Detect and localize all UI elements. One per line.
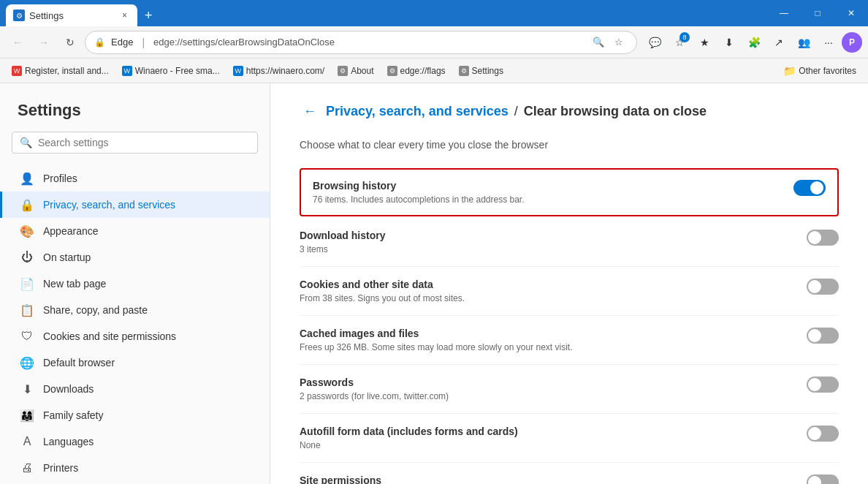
bookmark-label-winaero2: https://winaero.com/ <box>246 66 324 76</box>
toggle-autofill[interactable] <box>807 426 839 442</box>
share-icon[interactable]: ↗ <box>767 31 791 54</box>
search-input[interactable] <box>38 137 250 148</box>
bookmark-favicon-about: ⚙ <box>338 66 348 76</box>
setting-desc-browsing-history: 76 items. Includes autocompletions in th… <box>313 194 793 205</box>
bookmark-favicon-winaero2: W <box>233 66 243 76</box>
search-box[interactable]: 🔍 <box>12 132 258 154</box>
back-button[interactable]: ← <box>6 31 29 54</box>
setting-item-site-permissions: Site permissions <box>300 463 839 484</box>
title-bar: ⚙ Settings × + — □ ✕ <box>0 0 868 26</box>
bookmark-winaero2[interactable]: W https://winaero.com/ <box>227 64 330 78</box>
sidebar-item-startup[interactable]: ⏻ On startup <box>0 244 270 271</box>
breadcrumb-parent-link[interactable]: Privacy, search, and services <box>326 104 509 119</box>
profile-avatar[interactable]: P <box>842 32 862 53</box>
favorites-icon[interactable]: ☆ 8 <box>668 31 691 54</box>
toggle-knob-cached-images <box>808 329 821 342</box>
address-domain: Edge <box>111 37 133 48</box>
setting-title-cached-images: Cached images and files <box>300 328 807 339</box>
lock-icon: 🔒 <box>94 37 105 48</box>
setting-title-browsing-history: Browsing history <box>313 180 793 192</box>
close-button[interactable]: ✕ <box>834 0 868 26</box>
bookmark-settings[interactable]: ⚙ Settings <box>453 64 509 78</box>
bookmark-favicon-settings: ⚙ <box>459 66 469 76</box>
toggle-knob-passwords <box>808 378 821 391</box>
refresh-button[interactable]: ↻ <box>58 31 82 54</box>
new-tab-button[interactable]: + <box>137 4 160 26</box>
setting-desc-autofill: None <box>300 440 807 450</box>
bookmark-winaero1[interactable]: W Winaero - Free sma... <box>116 64 226 78</box>
tab-close-button[interactable]: × <box>119 9 130 22</box>
setting-text-cookies-site-data: Cookies and other site data From 38 site… <box>300 279 807 303</box>
sidebar-item-profiles[interactable]: 👤 Profiles <box>0 165 270 192</box>
setting-item-autofill: Autofill form data (includes forms and c… <box>300 414 839 463</box>
setting-title-download-history: Download history <box>300 230 807 241</box>
setting-item-passwords: Passwords 2 passwords (for live.com, twi… <box>300 365 839 414</box>
sidebar-item-cookies[interactable]: 🛡 Cookies and site permissions <box>0 323 270 349</box>
nav-label-startup: On startup <box>43 252 91 263</box>
toggle-cached-images[interactable] <box>807 328 839 344</box>
sidebar-item-printers[interactable]: 🖨 Printers <box>0 455 270 481</box>
nav-icon-profiles: 👤 <box>20 171 34 186</box>
bookmark-label-register: Register, install and... <box>25 66 109 76</box>
sidebar-item-share[interactable]: 📋 Share, copy, and paste <box>0 297 270 323</box>
split-tab-icon[interactable]: 💬 <box>643 31 666 54</box>
setting-text-passwords: Passwords 2 passwords (for live.com, twi… <box>300 377 807 401</box>
address-search-icon[interactable]: 🔍 <box>590 34 607 51</box>
toggle-knob-browsing-history <box>810 181 823 194</box>
setting-desc-download-history: 3 items <box>300 244 807 254</box>
address-bar[interactable]: 🔒 Edge | edge://settings/clearBrowsingDa… <box>85 31 637 54</box>
breadcrumb-current-page: Clear browsing data on close <box>524 104 707 119</box>
collections-icon[interactable]: ★ <box>693 31 716 54</box>
setting-text-download-history: Download history 3 items <box>300 230 807 254</box>
bookmark-label-about: About <box>351 66 373 76</box>
bookmark-register[interactable]: W Register, install and... <box>6 64 115 78</box>
nav-label-newtab: New tab page <box>43 278 106 290</box>
active-tab[interactable]: ⚙ Settings × <box>6 4 137 26</box>
more-menu-button[interactable]: ··· <box>817 31 840 54</box>
window-controls: — □ ✕ <box>767 0 868 26</box>
sidebar-item-downloads[interactable]: ⬇ Downloads <box>0 376 270 402</box>
bookmark-about[interactable]: ⚙ About <box>332 64 379 78</box>
sidebar-item-family[interactable]: 👨‍👩‍👧 Family safety <box>0 402 270 428</box>
maximize-button[interactable]: □ <box>801 0 834 26</box>
sidebar-item-browser[interactable]: 🌐 Default browser <box>0 349 270 376</box>
workspaces-icon[interactable]: 👥 <box>792 31 815 54</box>
nav-label-appearance: Appearance <box>43 225 99 237</box>
nav-icon-downloads: ⬇ <box>20 382 34 396</box>
nav-icon-startup: ⏻ <box>20 250 34 265</box>
nav-icon-languages: A <box>20 434 34 449</box>
bookmark-favicon-winaero1: W <box>122 66 132 76</box>
nav-icon-appearance: 🎨 <box>20 224 34 238</box>
setting-text-autofill: Autofill form data (includes forms and c… <box>300 426 807 450</box>
setting-desc-passwords: 2 passwords (for live.com, twitter.com) <box>300 391 807 401</box>
address-right-icons: 🔍 ☆ <box>590 34 628 51</box>
sidebar-item-privacy[interactable]: 🔒 Privacy, search, and services <box>0 192 270 218</box>
toggle-download-history[interactable] <box>807 230 839 246</box>
toggle-passwords[interactable] <box>807 377 839 393</box>
sidebar-item-appearance[interactable]: 🎨 Appearance <box>0 218 270 244</box>
toggle-cookies-site-data[interactable] <box>807 279 839 295</box>
bookmarks-right: 📁 Other favorites <box>777 63 862 79</box>
nav-label-cookies: Cookies and site permissions <box>43 330 176 342</box>
setting-text-browsing-history: Browsing history 76 items. Includes auto… <box>313 180 793 205</box>
address-star-icon[interactable]: ☆ <box>610 34 628 51</box>
other-favorites-button[interactable]: 📁 Other favorites <box>777 63 862 79</box>
bookmark-flags[interactable]: ⚙ edge://flags <box>381 64 452 78</box>
setting-item-download-history: Download history 3 items <box>300 218 839 267</box>
nav-label-privacy: Privacy, search, and services <box>43 199 175 211</box>
extensions-icon[interactable]: 🧩 <box>742 31 766 54</box>
sidebar: Settings 🔍 👤 Profiles 🔒 Privacy, search,… <box>0 83 270 484</box>
forward-button[interactable]: → <box>32 31 56 54</box>
nav-label-printers: Printers <box>43 462 78 474</box>
downloads-icon[interactable]: ⬇ <box>717 31 741 54</box>
back-navigation-button[interactable]: ← <box>300 101 320 121</box>
tab-bar: ⚙ Settings × + <box>6 0 767 26</box>
sidebar-item-newtab[interactable]: 📄 New tab page <box>0 271 270 297</box>
nav-icon-share: 📋 <box>20 303 34 317</box>
minimize-button[interactable]: — <box>767 0 801 26</box>
sidebar-item-languages[interactable]: A Languages <box>0 428 270 455</box>
content-area: ← Privacy, search, and services / Clear … <box>270 83 868 484</box>
toggle-browsing-history[interactable] <box>793 180 826 196</box>
setting-item-browsing-history: Browsing history 76 items. Includes auto… <box>300 168 839 216</box>
toggle-site-permissions[interactable] <box>807 474 839 484</box>
